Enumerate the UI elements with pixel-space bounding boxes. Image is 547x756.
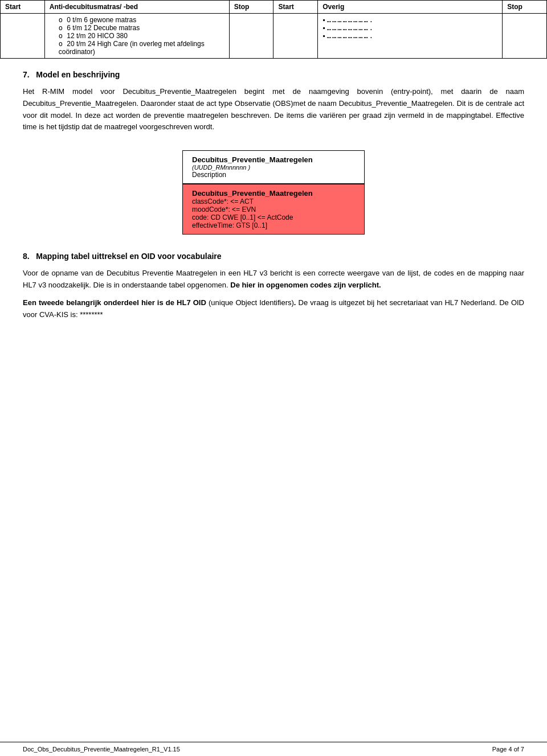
diagram-bottom-box: Decubitus_Preventie_Maatregelen classCod… bbox=[182, 184, 365, 235]
main-content: 7. Model en beschrijving Het R-MIM model… bbox=[0, 59, 547, 742]
diagram-bottom-field2: moodCode*: <= EVN bbox=[192, 206, 355, 213]
col2-list: 0 t/m 6 gewone matras 6 t/m 12 Decube ma… bbox=[50, 16, 224, 56]
col5-content: ……………………. ……………………. ……………………. bbox=[318, 14, 503, 59]
section-7-title: Model en beschrijving bbox=[36, 70, 120, 79]
diagram-top-field: Description bbox=[192, 171, 355, 179]
section-7-number: 7. bbox=[23, 70, 30, 79]
diagram-bottom-field4: effectiveTime: GTS [0..1] bbox=[192, 221, 355, 229]
section-8: 8. Mapping tabel uittreksel en OID voor … bbox=[23, 252, 524, 321]
page-footer: Doc_Obs_Decubitus_Preventie_Maatregelen_… bbox=[0, 742, 547, 756]
diagram-area: Decubitus_Preventie_Maatregelen (UUDD_RM… bbox=[160, 150, 387, 235]
diagram-top-subtitle: (UUDD_RMnnnnnn ) bbox=[192, 164, 355, 171]
list-item: ……………………. bbox=[323, 24, 497, 32]
list-item: 0 t/m 6 gewone matras bbox=[59, 16, 224, 24]
col5-header: Overig bbox=[318, 1, 503, 14]
section-8-para2: Een tweede belangrijk onderdeel hier is … bbox=[23, 297, 524, 321]
list-item: 12 t/m 20 HICO 380 bbox=[59, 32, 224, 40]
diagram-bottom-title: Decubitus_Preventie_Maatregelen bbox=[192, 189, 355, 198]
list-item: 6 t/m 12 Decube matras bbox=[59, 24, 224, 32]
col3-content bbox=[229, 14, 274, 59]
section-8-bold1: De hier in opgenomen codes zijn verplich… bbox=[230, 281, 381, 289]
list-item: ……………………. bbox=[323, 16, 497, 24]
top-table: Start Anti-decubitusmatras/ -bed Stop St… bbox=[0, 0, 547, 59]
list-item: ……………………. bbox=[323, 32, 497, 40]
section-7-para: Het R-MIM model voor Decubitus_Preventie… bbox=[23, 86, 524, 133]
page-wrapper: Start Anti-decubitusmatras/ -bed Stop St… bbox=[0, 0, 547, 756]
section-8-number: 8. bbox=[23, 252, 30, 261]
diagram-top-box: Decubitus_Preventie_Maatregelen (UUDD_RM… bbox=[182, 150, 365, 184]
col1-content bbox=[1, 14, 45, 59]
section-8-bold3: . bbox=[294, 298, 296, 307]
section-7-heading: 7. Model en beschrijving bbox=[23, 70, 524, 79]
section-7: 7. Model en beschrijving Het R-MIM model… bbox=[23, 70, 524, 133]
list-item: 20 t/m 24 High Care (in overleg met afde… bbox=[59, 40, 224, 56]
col5-list: ……………………. ……………………. ……………………. bbox=[323, 16, 497, 40]
col1-header: Start bbox=[1, 1, 45, 14]
col3-header: Stop bbox=[229, 1, 274, 14]
section-8-para1: Voor de opname van de Decubitus Preventi… bbox=[23, 268, 524, 291]
section-8-title: Mapping tabel uittreksel en OID voor voc… bbox=[36, 252, 221, 261]
col2-header: Anti-decubitusmatras/ -bed bbox=[44, 1, 229, 14]
col4-header: Start bbox=[274, 1, 318, 14]
col6-content bbox=[503, 14, 547, 59]
col4-content bbox=[274, 14, 318, 59]
footer-doc-name: Doc_Obs_Decubitus_Preventie_Maatregelen_… bbox=[23, 746, 180, 753]
col6-header: Stop bbox=[503, 1, 547, 14]
diagram-top-title: Decubitus_Preventie_Maatregelen bbox=[192, 155, 355, 164]
section-8-heading: 8. Mapping tabel uittreksel en OID voor … bbox=[23, 252, 524, 261]
footer-page: Page 4 of 7 bbox=[492, 746, 524, 753]
diagram-bottom-field3: code: CD CWE [0..1] <= ActCode bbox=[192, 213, 355, 221]
diagram-bottom-field1: classCode*: <= ACT bbox=[192, 198, 355, 206]
section-8-bold2: Een tweede belangrijk onderdeel hier is … bbox=[23, 298, 206, 307]
col2-content: 0 t/m 6 gewone matras 6 t/m 12 Decube ma… bbox=[44, 14, 229, 59]
